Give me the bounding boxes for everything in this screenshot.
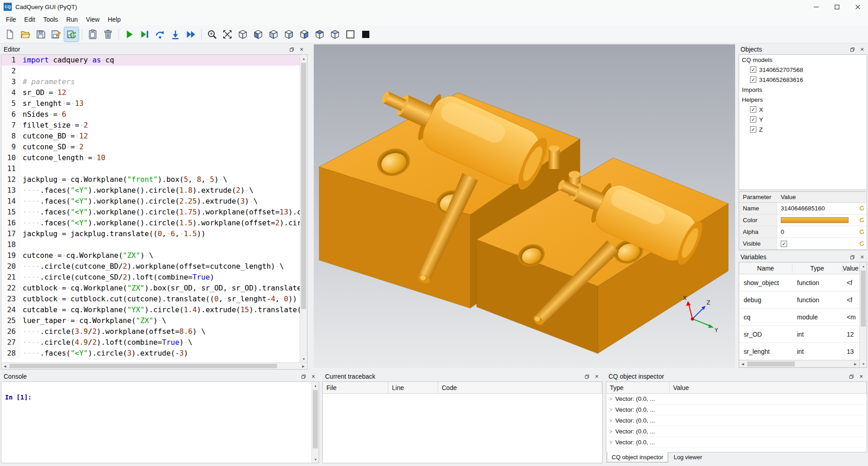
paste-button[interactable]: [85, 27, 100, 42]
step-into-button[interactable]: [168, 27, 183, 42]
viewport-3d[interactable]: X Z Y: [314, 44, 735, 368]
tree-item[interactable]: ✓Y: [739, 114, 867, 124]
close-panel-button[interactable]: ×: [297, 46, 306, 53]
reset-parameter-button[interactable]: [857, 241, 867, 247]
view-front-button[interactable]: [251, 27, 265, 42]
scrollbar-thumb[interactable]: [313, 390, 318, 448]
checkbox[interactable]: ✓: [750, 126, 756, 133]
code-line[interactable]: 20····.circle(cutcone_BD/2).workplane(of…: [1, 261, 300, 272]
parameter-value[interactable]: ✓: [777, 241, 857, 247]
variables-horizontal-scrollbar[interactable]: ◀ ▶: [739, 360, 859, 367]
code-line[interactable]: 2: [1, 66, 300, 76]
float-panel-button[interactable]: [288, 46, 296, 53]
variable-row[interactable]: sr_ODint12: [739, 326, 859, 343]
scroll-right-icon[interactable]: ▶: [852, 361, 859, 367]
reset-parameter-button[interactable]: [857, 217, 867, 223]
checkbox[interactable]: ✓: [750, 106, 756, 113]
maximize-button[interactable]: [826, 0, 847, 14]
code-editor[interactable]: 1import·cadquery·as·cq23# parameters4sr_…: [1, 55, 300, 362]
tree-item[interactable]: ✓3140652707568: [739, 65, 867, 75]
step-over-button[interactable]: [153, 27, 167, 42]
shaded-button[interactable]: [359, 27, 373, 42]
code-line[interactable]: 19cutcone·=·cq.Workplane("ZX")·\: [1, 250, 300, 261]
inspector-row[interactable]: >Vector: (0.0, ...: [606, 426, 867, 437]
code-line[interactable]: 6nSides·=·6: [1, 109, 300, 120]
code-line[interactable]: 18: [1, 239, 300, 250]
code-line[interactable]: 21····.circle(cutcone_SD/2).loft(combine…: [1, 272, 300, 283]
code-line[interactable]: 5sr_lenght·=·13: [1, 98, 300, 109]
checkbox[interactable]: ✓: [750, 76, 756, 83]
menu-item-run[interactable]: Run: [62, 14, 82, 24]
inspector-row[interactable]: >Vector: (0.0, ...: [606, 394, 867, 404]
tree-item[interactable]: CQ models: [739, 55, 867, 65]
scrollbar-thumb[interactable]: [747, 361, 795, 366]
code-line[interactable]: 9cutcone_SD·=·2: [1, 142, 300, 152]
code-line[interactable]: 17jackplug·=·jackplug.translate((0,·6,·1…: [1, 228, 300, 239]
menu-item-file[interactable]: File: [2, 14, 20, 24]
code-line[interactable]: 1import·cadquery·as·cq: [1, 55, 300, 66]
menu-item-tools[interactable]: Tools: [39, 14, 62, 24]
code-line[interactable]: 4sr_OD·=·12: [1, 87, 300, 98]
parameter-value[interactable]: 3140646685160: [777, 205, 857, 212]
view-left-button[interactable]: [282, 27, 296, 42]
save-button[interactable]: [33, 27, 48, 42]
view-back-button[interactable]: [266, 27, 281, 42]
scroll-down-icon[interactable]: ▼: [860, 360, 867, 367]
float-panel-button[interactable]: [299, 373, 307, 380]
open-file-button[interactable]: [18, 27, 33, 42]
close-panel-button[interactable]: ×: [858, 46, 866, 53]
expand-chevron-icon[interactable]: >: [606, 407, 615, 413]
float-panel-button[interactable]: [848, 253, 856, 261]
code-line[interactable]: 15····.faces("<Y").workplane().circle(1.…: [1, 207, 300, 218]
code-line[interactable]: 24cutcable·=·cq.Workplane("YX").circle(1…: [1, 304, 300, 315]
menu-item-help[interactable]: Help: [104, 14, 125, 24]
tab-log-viewer[interactable]: Log viewer: [669, 452, 707, 462]
float-panel-button[interactable]: [847, 373, 855, 380]
code-line[interactable]: 8cutcone_BD·=·12: [1, 131, 300, 142]
fit-all-button[interactable]: [220, 27, 235, 42]
code-line[interactable]: 14····.faces("<Y").workplane().circle(2.…: [1, 196, 300, 207]
tab-cq-object-inspector[interactable]: CQ object inspector: [607, 452, 668, 462]
scroll-left-icon[interactable]: ◀: [1, 363, 9, 370]
code-line[interactable]: 13····.faces("<Y").workplane().circle(1.…: [1, 185, 300, 196]
continue-button[interactable]: [184, 27, 198, 42]
scroll-up-icon[interactable]: ▲: [860, 262, 867, 270]
expand-chevron-icon[interactable]: >: [606, 396, 615, 402]
wireframe-button[interactable]: [343, 27, 358, 42]
inspector-row[interactable]: >Vector: (0.0, ...: [606, 404, 867, 415]
code-line[interactable]: 16····.faces("<Y").workplane().circle(1.…: [1, 218, 300, 228]
variable-row[interactable]: sr_lenghtint13: [739, 343, 859, 360]
code-line[interactable]: 26····.circle(3.9/2).workplane(offset=8.…: [1, 326, 300, 337]
inspector-row[interactable]: >Vector: (0.0, ...: [606, 415, 867, 426]
menu-item-view[interactable]: View: [82, 14, 104, 24]
code-line[interactable]: 27····.circle(4.9/2).loft(combine=True)·…: [1, 337, 300, 348]
tree-item[interactable]: ✓3140652683616: [739, 75, 867, 85]
variables-vertical-scrollbar[interactable]: ▲ ▼: [859, 262, 867, 367]
view-iso-button[interactable]: [236, 27, 250, 42]
close-panel-button[interactable]: ×: [593, 373, 601, 380]
tree-item[interactable]: ✓Z: [739, 124, 867, 134]
code-line[interactable]: 23cutblock·=·cutblock.cut(cutcone).trans…: [1, 294, 300, 304]
visible-checkbox[interactable]: ✓: [781, 241, 787, 247]
close-panel-button[interactable]: ×: [858, 253, 866, 261]
view-top-button[interactable]: [312, 27, 327, 42]
expand-chevron-icon[interactable]: >: [606, 428, 615, 435]
view-right-button[interactable]: [297, 27, 311, 42]
float-panel-button[interactable]: [583, 373, 591, 380]
save-as-button[interactable]: [49, 27, 63, 42]
reset-parameter-button[interactable]: [857, 229, 867, 235]
scrollbar-thumb[interactable]: [9, 364, 277, 368]
code-line[interactable]: 3# parameters: [1, 76, 300, 87]
tree-item[interactable]: ✓X: [739, 105, 867, 114]
scroll-left-icon[interactable]: ◀: [739, 361, 746, 367]
expand-chevron-icon[interactable]: >: [606, 418, 615, 424]
minimize-button[interactable]: [806, 0, 826, 14]
menu-item-edit[interactable]: Edit: [20, 14, 39, 24]
render-button[interactable]: [122, 27, 137, 42]
reset-parameter-button[interactable]: [857, 205, 867, 211]
code-line[interactable]: 11: [1, 163, 300, 174]
code-line[interactable]: 22cutblock·=·cq.Workplane("ZX").box(sr_O…: [1, 283, 300, 294]
scroll-down-icon[interactable]: ▼: [312, 456, 319, 463]
variable-row[interactable]: cqmodule<m: [739, 309, 859, 326]
close-button[interactable]: [847, 0, 868, 14]
